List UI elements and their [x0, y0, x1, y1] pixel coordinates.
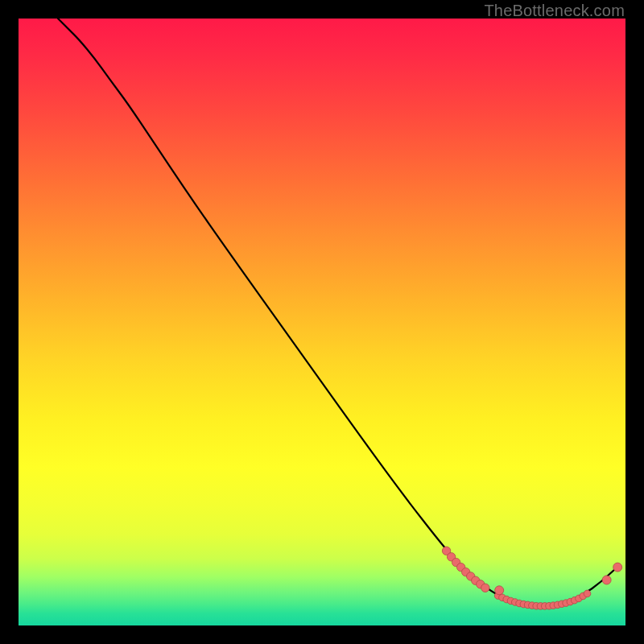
- chart-marker: [602, 576, 611, 584]
- chart-marker: [584, 590, 591, 597]
- chart-marker: [613, 563, 622, 572]
- chart-plot-area: [19, 19, 625, 625]
- chart-markers: [442, 547, 621, 609]
- chart-marker: [495, 586, 504, 595]
- attribution-text: TheBottleneck.com: [484, 2, 625, 20]
- chart-curve: [58, 19, 617, 606]
- chart-marker: [481, 584, 489, 592]
- chart-svg: [19, 19, 625, 625]
- chart-stage: TheBottleneck.com: [0, 0, 644, 644]
